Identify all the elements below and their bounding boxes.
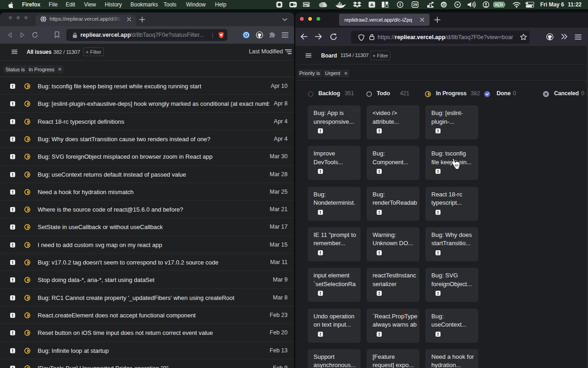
svg-text:29: 29	[413, 2, 418, 7]
